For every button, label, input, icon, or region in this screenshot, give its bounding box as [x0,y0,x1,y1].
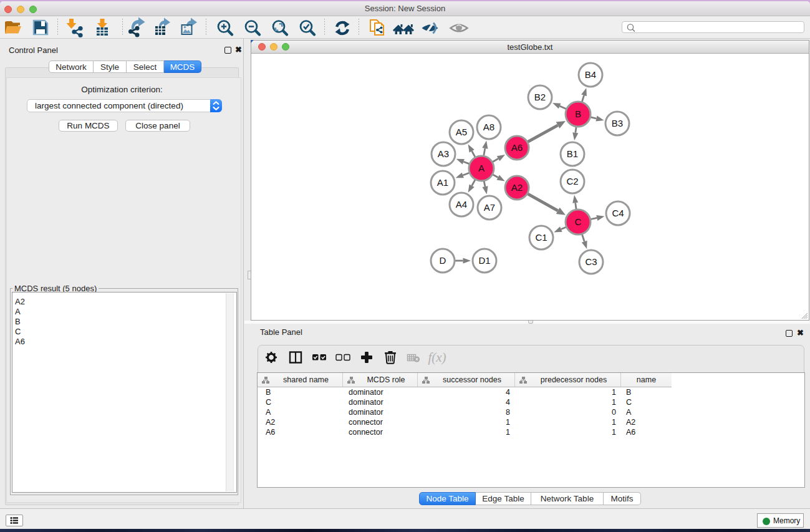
svg-text:C4: C4 [612,208,624,218]
svg-text:A2: A2 [511,182,523,193]
svg-text:A8: A8 [483,122,494,132]
svg-text:f(x): f(x) [428,350,446,365]
svg-text:A4: A4 [456,199,467,210]
svg-text:C: C [575,216,582,227]
svg-text:D: D [440,255,446,266]
svg-text:A3: A3 [438,148,449,159]
svg-text:A7: A7 [484,202,495,213]
svg-text:B4: B4 [585,69,596,80]
svg-text:A1: A1 [437,177,448,188]
svg-text:A: A [478,163,485,173]
svg-text:B1: B1 [567,148,578,159]
svg-text:B2: B2 [534,92,546,102]
svg-text:C3: C3 [585,256,597,267]
svg-text:B3: B3 [612,118,623,128]
svg-text:A6: A6 [511,142,523,153]
svg-text:B: B [575,109,581,119]
svg-text:C2: C2 [566,176,578,186]
svg-text:C1: C1 [535,232,547,243]
svg-text:D1: D1 [478,255,490,266]
svg-text:A5: A5 [456,127,467,137]
